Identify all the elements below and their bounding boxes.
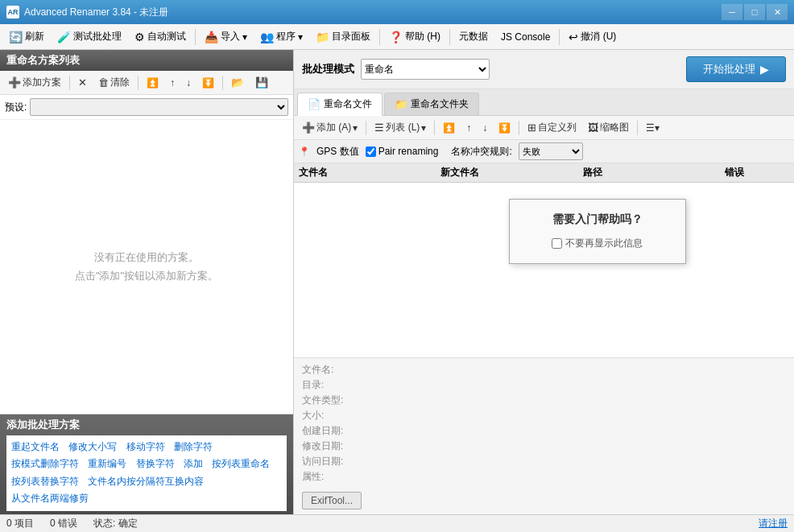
- program-dropdown-icon: ▾: [298, 31, 303, 43]
- statusbar: 0 项目 0 错误 状态: 确定 请注册: [0, 514, 794, 532]
- main-area: 重命名方案列表 ➕ 添加方案 ✕ 🗑 清除 ⏫ ↑ ↓: [0, 50, 794, 514]
- sort-down-button[interactable]: ↓: [478, 120, 492, 136]
- file-toolbar-sep3: [519, 121, 519, 135]
- conflict-select[interactable]: 失败 跳过 覆盖 重命名: [519, 142, 583, 160]
- link-rename-file[interactable]: 重起文件名: [11, 441, 60, 452]
- list-dropdown-icon: ▾: [421, 122, 426, 134]
- batch-mode-select[interactable]: 重命名 复制 移动 创建符号链接: [361, 59, 490, 80]
- custom-col-button[interactable]: ⊞ 自定义列: [523, 118, 581, 137]
- undo-button[interactable]: ↩ 撤消 (U): [563, 27, 622, 47]
- custom-col-icon: ⊞: [527, 122, 536, 134]
- file-add-icon: ➕: [302, 122, 315, 134]
- move-bottom-button[interactable]: ⏬: [197, 75, 219, 91]
- gps-label: GPS 数值: [316, 145, 359, 159]
- move-down-button[interactable]: ↓: [181, 75, 196, 91]
- toolbar-sep2: [379, 29, 380, 45]
- import-dropdown-icon: ▾: [242, 31, 247, 43]
- app-icon: AR: [6, 6, 19, 19]
- register-link[interactable]: 请注册: [759, 517, 788, 530]
- gps-icon: 📍: [299, 146, 310, 157]
- move-top-button[interactable]: ⏫: [142, 75, 163, 91]
- file-add-button[interactable]: ➕ 添加 (A) ▾: [297, 118, 362, 137]
- clear-icon: 🗑: [98, 76, 109, 89]
- file-tab-icon: 📄: [308, 98, 320, 110]
- file-toolbar-sep1: [366, 121, 366, 135]
- move-top-icon: ⏫: [147, 77, 159, 89]
- no-show-checkbox[interactable]: [552, 238, 562, 249]
- add-scheme-button[interactable]: ➕ 添加方案: [3, 73, 66, 92]
- thumbnail-button[interactable]: 🖼 缩略图: [583, 118, 634, 137]
- link-list-replace[interactable]: 按列表替换字符: [11, 476, 79, 487]
- app-title: Advanced Renamer 3.84 - 未注册: [24, 6, 722, 19]
- no-scheme-line2: 点击"添加"按钮以添加新方案。: [75, 266, 218, 285]
- link-change-case[interactable]: 修改大小写: [68, 441, 117, 452]
- attribute-info: 属性:: [302, 470, 786, 484]
- tab-rename-folder[interactable]: 📁 重命名文件夹: [384, 93, 479, 115]
- file-toolbar-sep2: [434, 121, 435, 135]
- window-controls: ─ □ ✕: [722, 4, 788, 20]
- sort-up-button[interactable]: ↑: [461, 120, 476, 136]
- test-batch-button[interactable]: 🧪 测试批处理: [52, 27, 127, 47]
- move-down-icon: ↓: [186, 77, 191, 89]
- scheme-list-header: 重命名方案列表: [0, 50, 293, 71]
- help-icon: ❓: [389, 31, 403, 43]
- col-new-filename: 新文件名: [440, 166, 582, 179]
- gps-pair-row: 📍 GPS 数值 Pair renaming 名称冲突规则: 失败 跳过 覆盖 …: [294, 140, 794, 163]
- link-add[interactable]: 添加: [184, 458, 203, 469]
- open-folder-icon: 📂: [231, 76, 244, 89]
- col-filename: 文件名: [299, 166, 440, 179]
- preset-select[interactable]: [30, 98, 288, 116]
- no-scheme-line1: 没有正在使用的方案。: [94, 248, 199, 266]
- program-button[interactable]: 👥 程序 ▾: [254, 27, 308, 47]
- save-button[interactable]: 💾: [250, 74, 273, 91]
- link-pattern-remove[interactable]: 按模式删除字符: [11, 458, 79, 469]
- status-items: 0 项目: [6, 517, 34, 530]
- link-list-rename[interactable]: 按列表重命名: [212, 458, 270, 469]
- directory-panel-button[interactable]: 📁 目录面板: [310, 27, 376, 47]
- link-move-char[interactable]: 移动字符: [126, 441, 165, 452]
- more-options-button[interactable]: ☰▾: [641, 120, 664, 136]
- exiftool-button[interactable]: ExifTool...: [302, 492, 362, 509]
- help-popup-title: 需要入门帮助吗？: [526, 212, 669, 227]
- move-up-button[interactable]: ↑: [165, 75, 180, 91]
- js-console-button[interactable]: JS Console: [495, 28, 556, 46]
- left-panel: 重命名方案列表 ➕ 添加方案 ✕ 🗑 清除 ⏫ ↑ ↓: [0, 50, 294, 514]
- start-batch-button[interactable]: 开始批处理 ▶: [686, 56, 786, 82]
- pair-check-label: Pair renaming: [366, 146, 439, 157]
- file-info: 文件名: 目录: 文件类型: 大小: 创建日期: 修改日期: 访问日期: 属性:: [294, 357, 794, 514]
- refresh-button[interactable]: 🔄 刷新: [3, 27, 50, 47]
- sort-top-button[interactable]: ⏫: [438, 120, 460, 136]
- help-button[interactable]: ❓ 帮助 (H): [383, 27, 446, 47]
- file-list-button[interactable]: ☰ 列表 (L) ▾: [370, 118, 431, 137]
- scheme-toolbar-sep1: [69, 76, 70, 90]
- folder-icon: 📁: [316, 31, 329, 43]
- right-panel: 批处理模式 重命名 复制 移动 创建符号链接 开始批处理 ▶ 📄 重命名文件 📁…: [294, 50, 794, 514]
- delete-scheme-button[interactable]: ✕: [73, 74, 92, 91]
- directory-info: 目录:: [302, 378, 786, 392]
- link-sep-swap[interactable]: 文件名内按分隔符互换内容: [88, 476, 204, 487]
- preset-row: 预设:: [0, 95, 293, 120]
- close-button[interactable]: ✕: [767, 4, 788, 20]
- minimize-button[interactable]: ─: [722, 4, 742, 20]
- col-error: 错误: [725, 166, 789, 179]
- toolbar-sep3: [449, 29, 450, 45]
- link-remove-char[interactable]: 删除字符: [174, 441, 213, 452]
- thumbnail-icon: 🖼: [588, 122, 598, 134]
- link-renumber[interactable]: 重新编号: [88, 458, 126, 469]
- tab-rename-file[interactable]: 📄 重命名文件: [297, 93, 383, 116]
- metadata-button[interactable]: 元数据: [453, 27, 494, 47]
- clear-scheme-button[interactable]: 🗑 清除: [93, 73, 134, 92]
- titlebar: AR Advanced Renamer 3.84 - 未注册 ─ □ ✕: [0, 0, 794, 24]
- sort-bottom-button[interactable]: ⏬: [494, 120, 515, 136]
- auto-test-button[interactable]: ⚙ 自动测试: [129, 27, 192, 47]
- save-icon: 💾: [255, 76, 268, 89]
- pair-checkbox[interactable]: [366, 146, 376, 157]
- link-replace-char[interactable]: 替换字符: [136, 458, 175, 469]
- file-area: 文件名 新文件名 路径 错误 需要入门帮助吗？ 不要再显示此信息: [294, 163, 794, 357]
- preset-label: 预设:: [5, 101, 27, 114]
- batch-mode-row: 批处理模式 重命名 复制 移动 创建符号链接 开始批处理 ▶: [294, 50, 794, 89]
- link-trim[interactable]: 从文件名两端修剪: [11, 493, 89, 504]
- maximize-button[interactable]: □: [744, 4, 765, 20]
- import-button[interactable]: 📥 导入 ▾: [199, 27, 253, 47]
- open-folder-button[interactable]: 📂: [226, 74, 249, 91]
